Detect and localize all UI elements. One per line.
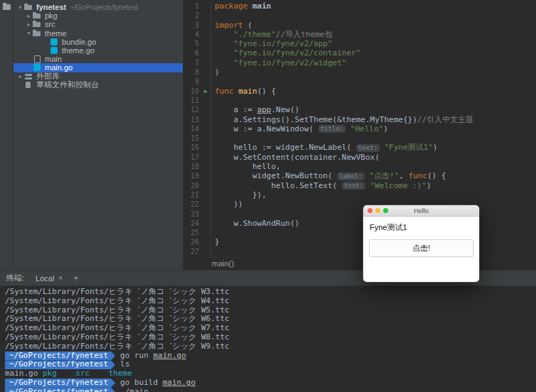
terminal-output[interactable]: /System/Library/Fonts/ヒラキ゛ノ角コ゛シック W3.ttc… — [0, 286, 536, 392]
chevron-right-icon[interactable]: ▸ — [16, 73, 24, 80]
line-number[interactable]: 18 — [183, 162, 201, 171]
code-line[interactable]: 10▶func main() { — [183, 87, 536, 96]
line-number[interactable]: 25 — [183, 228, 201, 237]
code-line[interactable]: 14 w := a.NewWindow( title: "Hello") — [183, 124, 536, 134]
chevron-right-icon[interactable]: ▸ — [25, 21, 33, 28]
chevron-right-icon[interactable]: ▸ — [25, 13, 33, 19]
gutter-spacer — [201, 143, 211, 152]
gutter-spacer — [201, 171, 211, 180]
code-line[interactable]: 18 hello, — [183, 162, 536, 171]
tree-item[interactable]: ▸pkg — [14, 11, 183, 20]
line-number[interactable]: 8 — [183, 67, 201, 77]
code-line[interactable]: 3import ( — [183, 21, 536, 30]
code-line[interactable]: 26} — [183, 237, 536, 246]
gutter-spacer — [201, 105, 211, 114]
line-number[interactable]: 6 — [183, 48, 201, 58]
code-line[interactable]: 19 widget.NewButton( label: "点击!", func(… — [183, 171, 536, 180]
editor-code[interactable]: 1package main23import (4 "./theme"//导入th… — [183, 0, 536, 257]
go-file-icon — [33, 63, 42, 72]
terminal-token: src — [75, 369, 90, 378]
tree-item[interactable]: main.go — [14, 63, 183, 72]
code-token: w := a.NewWindow( — [215, 124, 318, 134]
new-terminal-button[interactable]: + — [73, 273, 79, 283]
code-line[interactable]: 4 "./theme"//导入theme包 — [183, 30, 536, 39]
code-line[interactable]: 21 }), — [183, 190, 536, 200]
close-tab-icon[interactable]: × — [58, 274, 63, 282]
run-icon[interactable]: ▶ — [201, 87, 211, 96]
fyne-titlebar[interactable]: Hello — [363, 205, 479, 217]
code-line[interactable]: 15 — [183, 134, 536, 143]
line-number[interactable]: 23 — [183, 209, 201, 219]
code-line[interactable]: 5 "fyne.io/fyne/v2/app" — [183, 39, 536, 48]
code-line[interactable]: 16 hello := widget.NewLabel( text: "Fyne… — [183, 143, 536, 152]
code-line[interactable]: 7 "fyne.io/fyne/v2/widget" — [183, 58, 536, 67]
minimize-window-icon[interactable] — [375, 208, 380, 213]
line-number[interactable]: 14 — [183, 124, 201, 134]
line-number[interactable]: 20 — [183, 181, 201, 190]
chevron-down-icon[interactable]: ▾ — [25, 30, 33, 36]
tree-item[interactable]: ▾theme — [14, 29, 183, 38]
line-number[interactable]: 7 — [183, 58, 201, 67]
folder-icon — [33, 11, 42, 20]
breadcrumb[interactable]: main() — [183, 257, 536, 270]
code-line[interactable]: 13 a.Settings().SetTheme(&theme.MyTheme{… — [183, 115, 536, 124]
tree-item[interactable]: ▸src — [14, 20, 183, 28]
code-line[interactable]: 22 )) — [183, 200, 536, 209]
code-token: hello := widget.NewLabel( — [215, 143, 356, 152]
code-token: )) — [215, 200, 243, 209]
code-line[interactable]: 12 a := app.New() — [183, 105, 536, 114]
tree-item-label: theme.go — [62, 46, 95, 55]
tree-item[interactable]: main — [14, 55, 183, 63]
gutter-spacer — [201, 200, 211, 209]
line-number[interactable]: 27 — [183, 247, 201, 256]
code-line[interactable]: 17 w.SetContent(container.NewVBox( — [183, 153, 536, 162]
line-number[interactable]: 21 — [183, 190, 201, 200]
code-token: "fyne.io/fyne/v2/widget" — [234, 58, 347, 67]
line-number[interactable]: 1 — [183, 1, 201, 11]
tree-item[interactable]: theme.go — [14, 46, 183, 55]
code-line[interactable]: 11 — [183, 96, 536, 105]
line-number[interactable]: 26 — [183, 237, 201, 246]
zoom-window-icon[interactable] — [383, 208, 388, 213]
code-token: ) — [433, 143, 438, 152]
code-line[interactable]: 8) — [183, 67, 536, 77]
code-line[interactable]: 6 "fyne.io/fyne/v2/container" — [183, 48, 536, 58]
tree-item[interactable]: bundle.go — [14, 38, 183, 46]
line-number[interactable]: 15 — [183, 134, 201, 143]
line-number[interactable]: 22 — [183, 200, 201, 209]
line-number[interactable]: 24 — [183, 219, 201, 228]
code-line[interactable]: 2 — [183, 11, 536, 20]
line-number[interactable]: 10 — [183, 87, 201, 96]
tree-item[interactable]: ▸外部库 — [14, 72, 183, 81]
terminal-tab-local[interactable]: Local × — [36, 274, 63, 283]
line-number[interactable]: 11 — [183, 96, 201, 105]
code-line[interactable]: 20 hello.SetText( text: "Welcome :)") — [183, 181, 536, 190]
code-line[interactable]: 23 — [183, 209, 536, 219]
tree-item[interactable]: 草稿文件和控制台 — [14, 81, 183, 89]
line-number[interactable]: 2 — [183, 11, 201, 20]
project-tool-window-icon[interactable] — [3, 4, 11, 11]
fyne-button[interactable]: 点击! — [369, 239, 473, 257]
code-line[interactable]: 9 — [183, 77, 536, 86]
line-number[interactable]: 16 — [183, 143, 201, 152]
code-line[interactable]: 25 — [183, 228, 536, 237]
gutter-spacer — [201, 124, 211, 134]
line-number[interactable]: 9 — [183, 77, 201, 86]
line-number[interactable]: 4 — [183, 30, 201, 39]
code-line[interactable]: 24 w.ShowAndRun() — [183, 219, 536, 228]
tree-item[interactable]: ▾fynetest~/GoProjects/fynetest — [14, 3, 183, 11]
breadcrumb-item[interactable]: main() — [212, 259, 234, 268]
line-number[interactable]: 13 — [183, 115, 201, 124]
line-number[interactable]: 19 — [183, 171, 201, 180]
line-number[interactable]: 12 — [183, 105, 201, 114]
line-number[interactable]: 17 — [183, 153, 201, 162]
close-window-icon[interactable] — [368, 208, 372, 213]
chevron-down-icon[interactable]: ▾ — [16, 4, 24, 11]
left-toolbar — [0, 0, 14, 270]
terminal-token — [90, 369, 109, 378]
code-token: func — [215, 87, 238, 96]
line-number[interactable]: 5 — [183, 39, 201, 48]
code-line[interactable]: 27 — [183, 247, 536, 256]
line-number[interactable]: 3 — [183, 21, 201, 30]
code-line[interactable]: 1package main — [183, 1, 536, 11]
